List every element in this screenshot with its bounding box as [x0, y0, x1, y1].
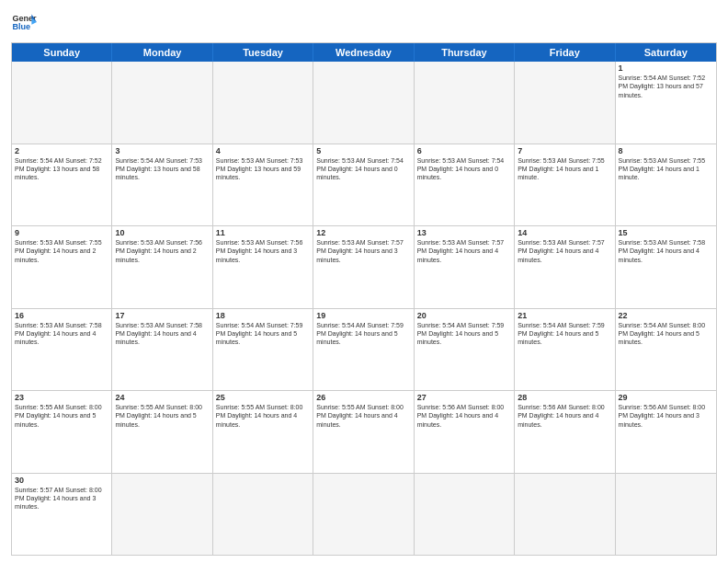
day-cell-13: 13Sunrise: 5:53 AM Sunset: 7:57 PM Dayli… [415, 226, 515, 308]
day-number: 9 [15, 228, 108, 237]
day-info: Sunrise: 5:53 AM Sunset: 7:54 PM Dayligh… [417, 156, 511, 182]
svg-text:Blue: Blue [12, 22, 30, 31]
empty-cell [112, 474, 212, 556]
day-cell-29: 29Sunrise: 5:56 AM Sunset: 8:00 PM Dayli… [616, 391, 716, 473]
day-cell-6: 6Sunrise: 5:53 AM Sunset: 7:54 PM Daylig… [415, 144, 515, 226]
day-info: Sunrise: 5:55 AM Sunset: 8:00 PM Dayligh… [15, 403, 108, 429]
empty-cell [616, 474, 716, 556]
day-number: 22 [619, 311, 713, 320]
day-cell-2: 2Sunrise: 5:54 AM Sunset: 7:52 PM Daylig… [12, 144, 112, 226]
day-info: Sunrise: 5:54 AM Sunset: 8:00 PM Dayligh… [619, 321, 713, 347]
day-cell-19: 19Sunrise: 5:54 AM Sunset: 7:59 PM Dayli… [313, 309, 414, 391]
day-cell-23: 23Sunrise: 5:55 AM Sunset: 8:00 PM Dayli… [12, 391, 112, 473]
day-number: 16 [15, 311, 108, 320]
day-number: 23 [15, 393, 108, 402]
week-row-2: 9Sunrise: 5:53 AM Sunset: 7:55 PM Daylig… [12, 226, 716, 309]
day-number: 3 [115, 146, 209, 155]
empty-cell [213, 474, 313, 556]
day-number: 5 [316, 146, 410, 155]
day-info: Sunrise: 5:55 AM Sunset: 8:00 PM Dayligh… [316, 403, 410, 429]
day-info: Sunrise: 5:53 AM Sunset: 7:57 PM Dayligh… [417, 238, 511, 264]
day-info: Sunrise: 5:54 AM Sunset: 7:52 PM Dayligh… [15, 156, 108, 182]
day-info: Sunrise: 5:53 AM Sunset: 7:56 PM Dayligh… [216, 238, 310, 264]
day-info: Sunrise: 5:54 AM Sunset: 7:59 PM Dayligh… [518, 321, 611, 347]
day-cell-9: 9Sunrise: 5:53 AM Sunset: 7:55 PM Daylig… [12, 226, 112, 308]
day-cell-12: 12Sunrise: 5:53 AM Sunset: 7:57 PM Dayli… [313, 226, 414, 308]
day-info: Sunrise: 5:53 AM Sunset: 7:58 PM Dayligh… [619, 238, 713, 264]
header-day-monday: Monday [112, 43, 212, 62]
week-row-3: 16Sunrise: 5:53 AM Sunset: 7:58 PM Dayli… [12, 309, 716, 392]
week-row-5: 30Sunrise: 5:57 AM Sunset: 8:00 PM Dayli… [12, 474, 716, 556]
day-info: Sunrise: 5:53 AM Sunset: 7:58 PM Dayligh… [15, 321, 108, 347]
day-cell-17: 17Sunrise: 5:53 AM Sunset: 7:58 PM Dayli… [112, 309, 212, 391]
logo-icon: General Blue [11, 9, 37, 35]
week-row-0: 1Sunrise: 5:54 AM Sunset: 7:52 PM Daylig… [12, 62, 716, 144]
day-number: 15 [619, 228, 713, 237]
day-number: 26 [316, 393, 410, 402]
header-day-thursday: Thursday [415, 43, 515, 62]
day-number: 24 [115, 393, 209, 402]
day-number: 10 [115, 228, 209, 237]
day-info: Sunrise: 5:53 AM Sunset: 7:56 PM Dayligh… [115, 238, 209, 264]
week-row-4: 23Sunrise: 5:55 AM Sunset: 8:00 PM Dayli… [12, 391, 716, 474]
day-cell-4: 4Sunrise: 5:53 AM Sunset: 7:53 PM Daylig… [213, 144, 313, 226]
day-number: 6 [417, 146, 511, 155]
empty-cell [213, 62, 313, 144]
day-cell-25: 25Sunrise: 5:55 AM Sunset: 8:00 PM Dayli… [213, 391, 313, 473]
day-number: 17 [115, 311, 209, 320]
day-cell-24: 24Sunrise: 5:55 AM Sunset: 8:00 PM Dayli… [112, 391, 212, 473]
day-info: Sunrise: 5:53 AM Sunset: 7:55 PM Dayligh… [619, 156, 713, 182]
empty-cell [313, 62, 414, 144]
day-cell-15: 15Sunrise: 5:53 AM Sunset: 7:58 PM Dayli… [616, 226, 716, 308]
day-number: 2 [15, 146, 108, 155]
day-cell-11: 11Sunrise: 5:53 AM Sunset: 7:56 PM Dayli… [213, 226, 313, 308]
calendar-header: SundayMondayTuesdayWednesdayThursdayFrid… [12, 43, 716, 62]
day-number: 29 [619, 393, 713, 402]
logo: General Blue [11, 9, 37, 35]
day-info: Sunrise: 5:56 AM Sunset: 8:00 PM Dayligh… [518, 403, 611, 429]
day-cell-18: 18Sunrise: 5:54 AM Sunset: 7:59 PM Dayli… [213, 309, 313, 391]
day-number: 19 [316, 311, 410, 320]
day-number: 11 [216, 228, 310, 237]
day-info: Sunrise: 5:56 AM Sunset: 8:00 PM Dayligh… [417, 403, 511, 429]
day-info: Sunrise: 5:53 AM Sunset: 7:54 PM Dayligh… [316, 156, 410, 182]
empty-cell [515, 474, 615, 556]
empty-cell [415, 62, 515, 144]
header: General Blue [11, 9, 717, 35]
day-info: Sunrise: 5:54 AM Sunset: 7:59 PM Dayligh… [417, 321, 511, 347]
calendar-body: 1Sunrise: 5:54 AM Sunset: 7:52 PM Daylig… [12, 62, 716, 555]
empty-cell [515, 62, 615, 144]
day-number: 27 [417, 393, 511, 402]
calendar: SundayMondayTuesdayWednesdayThursdayFrid… [11, 42, 717, 556]
day-number: 13 [417, 228, 511, 237]
day-info: Sunrise: 5:54 AM Sunset: 7:53 PM Dayligh… [115, 156, 209, 182]
week-row-1: 2Sunrise: 5:54 AM Sunset: 7:52 PM Daylig… [12, 144, 716, 227]
day-number: 18 [216, 311, 310, 320]
day-info: Sunrise: 5:56 AM Sunset: 8:00 PM Dayligh… [619, 403, 713, 429]
day-cell-7: 7Sunrise: 5:53 AM Sunset: 7:55 PM Daylig… [515, 144, 615, 226]
day-number: 8 [619, 146, 713, 155]
day-cell-8: 8Sunrise: 5:53 AM Sunset: 7:55 PM Daylig… [616, 144, 716, 226]
day-cell-26: 26Sunrise: 5:55 AM Sunset: 8:00 PM Dayli… [313, 391, 414, 473]
header-day-friday: Friday [515, 43, 615, 62]
day-info: Sunrise: 5:57 AM Sunset: 8:00 PM Dayligh… [15, 486, 108, 511]
day-info: Sunrise: 5:53 AM Sunset: 7:57 PM Dayligh… [316, 238, 410, 264]
day-cell-30: 30Sunrise: 5:57 AM Sunset: 8:00 PM Dayli… [12, 474, 112, 556]
day-info: Sunrise: 5:53 AM Sunset: 7:58 PM Dayligh… [115, 321, 209, 347]
day-number: 12 [316, 228, 410, 237]
day-number: 21 [518, 311, 611, 320]
day-info: Sunrise: 5:55 AM Sunset: 8:00 PM Dayligh… [115, 403, 209, 429]
day-number: 14 [518, 228, 611, 237]
day-cell-16: 16Sunrise: 5:53 AM Sunset: 7:58 PM Dayli… [12, 309, 112, 391]
header-day-tuesday: Tuesday [213, 43, 313, 62]
day-cell-20: 20Sunrise: 5:54 AM Sunset: 7:59 PM Dayli… [415, 309, 515, 391]
day-cell-10: 10Sunrise: 5:53 AM Sunset: 7:56 PM Dayli… [112, 226, 212, 308]
empty-cell [112, 62, 212, 144]
day-number: 1 [619, 63, 713, 73]
page: General Blue SundayMondayTuesdayWednesda… [0, 0, 728, 563]
day-info: Sunrise: 5:54 AM Sunset: 7:52 PM Dayligh… [619, 74, 713, 99]
empty-cell [313, 474, 414, 556]
empty-cell [415, 474, 515, 556]
header-day-sunday: Sunday [12, 43, 112, 62]
day-info: Sunrise: 5:53 AM Sunset: 7:57 PM Dayligh… [518, 238, 611, 264]
